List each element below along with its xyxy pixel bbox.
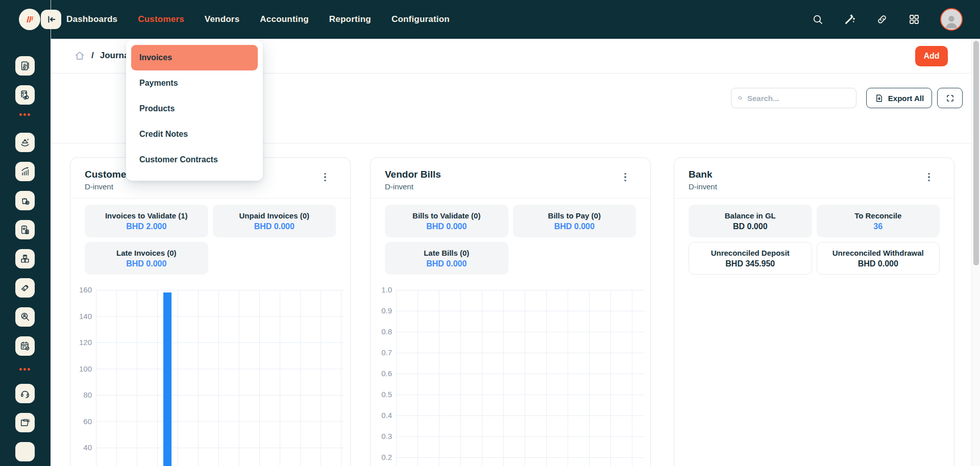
calculator-coins-icon	[19, 89, 31, 101]
sidebar-collapse-button[interactable]	[41, 10, 61, 29]
clipboard-calculator-icon	[19, 224, 31, 235]
nav-item-vendors[interactable]: Vendors	[205, 14, 239, 24]
y-axis-tick-label: 140	[79, 312, 92, 321]
export-file-icon	[874, 93, 884, 103]
sidebar-item-purchases-bag[interactable]	[15, 191, 35, 210]
journal-report-icon	[19, 60, 31, 71]
card-title: Bank	[689, 169, 940, 180]
y-axis-tick-label: 0.5	[381, 390, 392, 399]
y-axis-tick-label: 0.2	[381, 453, 392, 462]
user-avatar[interactable]	[940, 8, 963, 31]
sidebar-item-growth-analytics[interactable]	[15, 162, 35, 181]
stat-label: Unreconciled Deposit	[711, 249, 790, 257]
export-all-label: Export All	[888, 94, 924, 103]
sidebar-item-recruitment-search[interactable]	[15, 307, 35, 327]
stat-value: 36	[873, 222, 883, 231]
sidebar-overflow-dots[interactable]	[19, 113, 32, 116]
card-menu-kebab[interactable]	[321, 171, 330, 183]
card-header: Bank D-invent	[674, 158, 954, 199]
y-axis-tick-label: 0.7	[381, 348, 392, 357]
stat-tile-unreconciled-withdrawal[interactable]: Unreconciled Withdrawal BHD 0.000	[817, 242, 940, 275]
stat-value: BHD 0.000	[554, 222, 595, 231]
sidebar-overflow-dots[interactable]	[19, 368, 32, 371]
stat-tile-to-reconcile[interactable]: To Reconcile 36	[817, 205, 940, 237]
nav-item-accounting[interactable]: Accounting	[260, 14, 309, 24]
y-axis-tick-label: 100	[79, 364, 92, 374]
chart-y-axis: 1.00.90.80.70.60.50.40.30.2	[373, 290, 396, 466]
menu-item-credit-notes[interactable]: Credit Notes	[131, 121, 258, 147]
card-subtitle: D-invent	[689, 182, 940, 191]
stat-value: BHD 0.000	[254, 222, 295, 231]
stat-label: Late Invoices (0)	[116, 249, 177, 257]
card-menu-kebab[interactable]	[621, 171, 630, 183]
y-axis-tick-label: 80	[83, 390, 92, 400]
menu-item-payments[interactable]: Payments	[131, 70, 258, 96]
sidebar-item-budget-clipboard[interactable]	[15, 220, 35, 239]
nav-item-dashboards[interactable]: Dashboards	[66, 14, 117, 24]
vendor-bills-chart: 1.00.90.80.70.60.50.40.30.2	[373, 290, 644, 466]
search-box[interactable]	[731, 88, 856, 108]
card-stats: Invoices to Validate (1) BHD 2.000 Unpai…	[70, 199, 350, 275]
hand-service-bell-icon	[19, 137, 31, 148]
card-stats: Balance in GL BD 0.000 To Reconcile 36 U…	[674, 199, 954, 275]
y-axis-tick-label: 0.8	[381, 327, 392, 336]
calendar-check-icon	[19, 340, 31, 352]
nav-item-configuration[interactable]: Configuration	[391, 14, 450, 24]
page-scrollbar-thumb[interactable]	[973, 41, 979, 265]
sidebar-item-documents-folder[interactable]	[15, 413, 35, 432]
page-scrollbar-track[interactable]	[971, 39, 980, 466]
stat-label: Unpaid Invoices (0)	[239, 211, 309, 220]
folder-documents-icon	[19, 417, 31, 428]
card-subtitle: D-invent	[385, 182, 636, 191]
stat-tile-late-invoices[interactable]: Late Invoices (0) BHD 0.000	[85, 242, 208, 275]
nav-item-reporting[interactable]: Reporting	[329, 14, 371, 24]
stat-tile-bills-to-validate[interactable]: Bills to Validate (0) BHD 0.000	[385, 205, 508, 237]
sidebar-item-accounting-calculator[interactable]	[15, 85, 35, 105]
sidebar-item-services[interactable]	[15, 133, 35, 152]
menu-item-invoices[interactable]: Invoices	[131, 45, 258, 70]
sidebar-item-pos-terminal[interactable]	[15, 278, 35, 298]
app-root: Dashboards Customers Vendors Accounting …	[0, 0, 980, 466]
stat-tile-balance-in-gl[interactable]: Balance in GL BD 0.000	[689, 205, 812, 237]
stat-value: BHD 0.000	[426, 259, 467, 268]
home-icon[interactable]	[74, 50, 85, 61]
fullscreen-button[interactable]	[937, 88, 963, 108]
chart-plot-area	[396, 290, 644, 466]
menu-item-products[interactable]: Products	[131, 96, 258, 121]
breadcrumb-separator: /	[91, 51, 94, 61]
y-axis-tick-label: 0.9	[381, 306, 392, 315]
package-boxes-icon	[19, 253, 31, 264]
sidebar-item-schedule-calendar[interactable]	[15, 336, 35, 356]
stat-label: Late Bills (0)	[424, 249, 469, 257]
card-menu-kebab[interactable]	[924, 171, 934, 183]
sidebar-item-support-headset[interactable]	[15, 384, 35, 403]
stat-tile-invoices-to-validate[interactable]: Invoices to Validate (1) BHD 2.000	[85, 205, 208, 237]
y-axis-tick-label: 120	[79, 338, 92, 347]
stat-tile-bills-to-pay[interactable]: Bills to Pay (0) BHD 0.000	[513, 205, 636, 237]
top-navigation-bar: Dashboards Customers Vendors Accounting …	[0, 0, 980, 39]
sidebar-item-partial-bottom[interactable]	[15, 442, 35, 461]
search-icon[interactable]	[812, 13, 824, 26]
stat-value: BHD 0.000	[858, 259, 898, 268]
chart-bar	[163, 292, 172, 466]
card-title: Vendor Bills	[385, 169, 636, 180]
brand-logo[interactable]	[19, 9, 40, 30]
menu-item-customer-contracts[interactable]: Customer Contracts	[131, 147, 258, 173]
search-input[interactable]	[747, 94, 850, 103]
nav-item-customers[interactable]: Customers	[138, 14, 184, 24]
apps-grid-icon[interactable]	[908, 13, 920, 26]
stat-value: BHD 0.000	[126, 259, 166, 268]
stat-tile-late-bills[interactable]: Late Bills (0) BHD 0.000	[385, 242, 508, 275]
stat-tile-unpaid-invoices[interactable]: Unpaid Invoices (0) BHD 0.000	[213, 205, 336, 237]
export-all-button[interactable]: Export All	[866, 88, 932, 108]
customers-dropdown-menu: Invoices Payments Products Credit Notes …	[126, 40, 263, 181]
add-button[interactable]: Add	[915, 46, 948, 66]
magic-wand-icon[interactable]	[844, 13, 856, 26]
stat-tile-unreconciled-deposit[interactable]: Unreconciled Deposit BHD 345.950	[689, 242, 812, 275]
sidebar-item-inventory-boxes[interactable]	[15, 249, 35, 268]
stat-label: Unreconciled Withdrawal	[832, 249, 924, 257]
sidebar-item-journal-report[interactable]	[15, 56, 35, 76]
pos-terminal-icon	[19, 282, 31, 293]
link-icon[interactable]	[876, 13, 888, 26]
stat-label: Bills to Pay (0)	[548, 211, 601, 220]
